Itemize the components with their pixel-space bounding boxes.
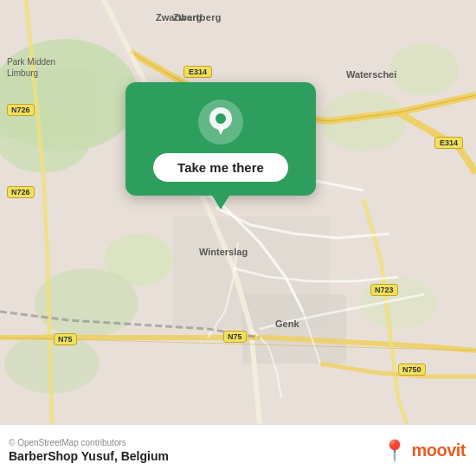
label-n723: N723	[370, 284, 398, 296]
label-zwartberg2: Zwartberg	[156, 12, 202, 23]
svg-marker-14	[216, 126, 225, 135]
moovit-text: moovit	[411, 441, 466, 460]
bottom-bar: © OpenStreetMap contributors BarberShop …	[0, 424, 476, 476]
label-winterslag: Winterslag	[199, 247, 248, 257]
take-me-there-button[interactable]: Take me there	[153, 153, 288, 182]
pin-icon-circle	[198, 100, 243, 145]
label-genk: Genk	[275, 318, 299, 329]
svg-rect-11	[242, 294, 346, 363]
label-n75-right: N75	[223, 331, 247, 343]
moovit-pin-icon: 📍	[382, 439, 408, 463]
svg-point-6	[389, 43, 459, 95]
label-park: Park Midden Limburg	[7, 56, 76, 79]
label-n726-mid: N726	[7, 186, 35, 198]
popup-card: Take me there	[125, 82, 316, 196]
place-name: BarberShop Yusuf, Belgium	[9, 449, 169, 463]
location-pin-icon	[208, 107, 234, 137]
label-n750: N750	[398, 363, 426, 376]
label-waterschei: Waterschei	[346, 69, 396, 80]
map-attribution: © OpenStreetMap contributors	[9, 438, 169, 447]
label-e314-right: E314	[434, 137, 463, 149]
label-e314-top: E314	[183, 66, 212, 78]
moovit-logo: 📍 moovit	[382, 439, 466, 463]
label-n726-top: N726	[7, 104, 35, 116]
bottom-left-info: © OpenStreetMap contributors BarberShop …	[9, 438, 169, 463]
map-container: Zwartberg Zwartberg Park Midden Limburg …	[0, 0, 476, 424]
label-n75-left: N75	[54, 333, 77, 345]
svg-point-13	[215, 113, 226, 124]
